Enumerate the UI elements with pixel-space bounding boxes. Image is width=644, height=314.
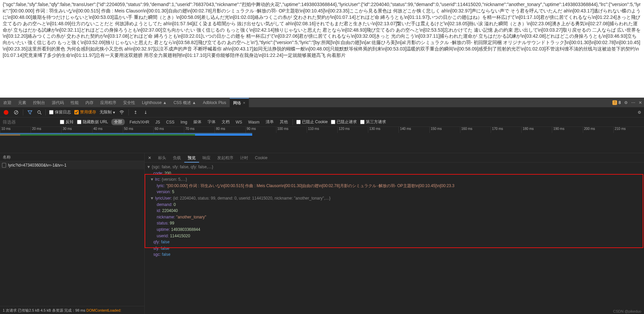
upload-icon[interactable]: ↥: [132, 109, 139, 116]
tab-network[interactable]: 网络×: [230, 98, 249, 107]
tab-adblock[interactable]: Adblock Plus: [199, 98, 229, 107]
filter-other[interactable]: 其他: [278, 119, 289, 125]
tab-cookies[interactable]: Cookie: [252, 153, 271, 163]
tab-payload[interactable]: 负载: [169, 153, 184, 163]
ruler-tick: 10 ms: [0, 127, 31, 133]
more-icon[interactable]: ⋯: [631, 100, 635, 105]
svg-line-3: [40, 113, 41, 114]
ruler-tick: 120 ms: [337, 127, 368, 133]
warning-counter[interactable]: !8: [612, 100, 621, 105]
tab-application[interactable]: 应用程序: [97, 98, 120, 107]
blocked-req-checkbox[interactable]: 已阻止请求: [331, 119, 357, 125]
ruler-tick: 130 ms: [368, 127, 399, 133]
tab-headers[interactable]: 标头: [155, 153, 169, 163]
tab-sources[interactable]: 源代码: [48, 98, 67, 107]
ruler-tick: 50 ms: [123, 127, 153, 133]
svg-point-2: [38, 111, 40, 113]
tab-performance[interactable]: 性能: [67, 98, 82, 107]
devtools-tab-bar: 欢迎 元素 控制台 源代码 性能 内存 应用程序 安全性 Lighthouse …: [0, 98, 644, 107]
svg-point-4: [121, 113, 122, 114]
filter-input[interactable]: [3, 119, 56, 125]
wifi-icon[interactable]: [118, 109, 125, 116]
watermark: CSDN @pikeduo: [613, 309, 641, 313]
ruler-tick: 160 ms: [460, 127, 491, 133]
tab-lighthouse[interactable]: Lighthouse ▲: [139, 98, 170, 107]
clear-button[interactable]: [13, 109, 20, 116]
filter-icon[interactable]: [27, 109, 33, 116]
tab-css-overview[interactable]: CSS 概述 ▲: [170, 98, 199, 107]
ruler-tick: 60 ms: [153, 127, 184, 133]
svg-line-1: [15, 111, 17, 114]
request-row[interactable]: lyric?id=473403600&lv=-1&tv=-1: [0, 161, 144, 169]
chevron-down-icon: ▾: [113, 110, 115, 115]
filter-media[interactable]: 媒体: [192, 119, 203, 125]
tab-preview[interactable]: 预览: [184, 153, 199, 163]
ruler-tick: 110 ms: [307, 127, 337, 133]
filter-bar: 反转 隐藏数据 URL 全部 Fetch/XHR JS CSS Img 媒体 字…: [0, 117, 644, 127]
file-icon: [2, 163, 6, 168]
tab-timing[interactable]: 计时: [237, 153, 252, 163]
ruler-tick: 210 ms: [613, 127, 644, 133]
disable-cache-checkbox[interactable]: 禁用缓存: [74, 109, 96, 115]
filter-css[interactable]: CSS: [165, 120, 176, 125]
status-bar: 1 次请求 已传输2.5 kB 4.5 kB 条资源 完成：98 ms DOMC…: [0, 306, 144, 314]
filter-ws[interactable]: WS: [234, 120, 243, 125]
filter-font[interactable]: 字体: [206, 119, 217, 125]
filter-wasm[interactable]: Wasm: [247, 120, 261, 125]
gear-icon[interactable]: ⚙: [624, 100, 628, 105]
tab-elements[interactable]: 元素: [15, 98, 30, 107]
blocked-cookie-checkbox[interactable]: 已阻止 Cookie: [296, 119, 328, 125]
tab-initiator[interactable]: 发起程序: [214, 153, 237, 163]
tab-security[interactable]: 安全性: [120, 98, 139, 107]
filter-manifest[interactable]: 清单: [264, 119, 275, 125]
filter-img[interactable]: Img: [179, 120, 189, 125]
ruler-tick: 80 ms: [215, 127, 245, 133]
search-icon[interactable]: [37, 110, 42, 115]
close-icon[interactable]: ×: [243, 101, 245, 105]
filter-fetch[interactable]: Fetch/XHR: [128, 120, 151, 125]
ruler-tick: 40 ms: [92, 127, 123, 133]
ruler-tick: 100 ms: [276, 127, 307, 133]
tab-console[interactable]: 控制台: [30, 98, 48, 107]
devtools-panel: 欢迎 元素 控制台 源代码 性能 内存 应用程序 安全性 Lighthouse …: [0, 98, 644, 314]
ruler-tick: 170 ms: [491, 127, 521, 133]
tab-response[interactable]: 响应: [199, 153, 214, 163]
preserve-log-checkbox[interactable]: 保留日志: [49, 109, 71, 115]
tab-welcome[interactable]: 欢迎: [0, 98, 15, 107]
ruler-tick: 180 ms: [521, 127, 552, 133]
json-preview[interactable]: ▼ {sgc: false, sfy: false, qfy: false,…}…: [145, 163, 644, 314]
invert-checkbox[interactable]: 反转: [60, 119, 74, 125]
network-toolbar: 保留日志 禁用缓存 无限制 ▾ ↥ ⤓ ⚙: [0, 107, 644, 117]
filter-all[interactable]: 全部: [111, 119, 125, 125]
close-devtools-icon[interactable]: ✕: [639, 100, 642, 105]
ruler-tick: 90 ms: [245, 127, 276, 133]
page-json-response: {"sgc":false,"sfy":false,"qfy":false,"tr…: [0, 0, 644, 98]
column-name-header[interactable]: 名称: [0, 153, 144, 161]
ruler-tick: 20 ms: [31, 127, 61, 133]
ruler-tick: 30 ms: [61, 127, 92, 133]
timeline-overview[interactable]: 10 ms20 ms30 ms40 ms50 ms60 ms70 ms80 ms…: [0, 127, 644, 153]
download-icon[interactable]: ⤓: [142, 109, 149, 116]
ruler-tick: 200 ms: [583, 127, 613, 133]
request-list: 名称 lyric?id=473403600&lv=-1&tv=-1 1 次请求 …: [0, 153, 145, 314]
filter-js[interactable]: JS: [154, 120, 161, 125]
close-detail-icon[interactable]: ✕: [145, 155, 155, 160]
ruler-tick: 140 ms: [399, 127, 429, 133]
filter-doc[interactable]: 文档: [220, 119, 231, 125]
record-button[interactable]: [3, 109, 9, 116]
ruler-tick: 190 ms: [552, 127, 582, 133]
settings-icon[interactable]: ⚙: [638, 110, 641, 115]
ruler-tick: 70 ms: [184, 127, 215, 133]
request-detail: ✕ 标头 负载 预览 响应 发起程序 计时 Cookie ▼ {sgc: fal…: [145, 153, 644, 314]
hide-data-url-checkbox[interactable]: 隐藏数据 URL: [77, 119, 108, 125]
throttling-select[interactable]: 无限制 ▾: [100, 109, 115, 115]
third-party-checkbox[interactable]: 第三方请求: [360, 119, 386, 125]
tab-memory[interactable]: 内存: [82, 98, 97, 107]
ruler-tick: 150 ms: [429, 127, 460, 133]
